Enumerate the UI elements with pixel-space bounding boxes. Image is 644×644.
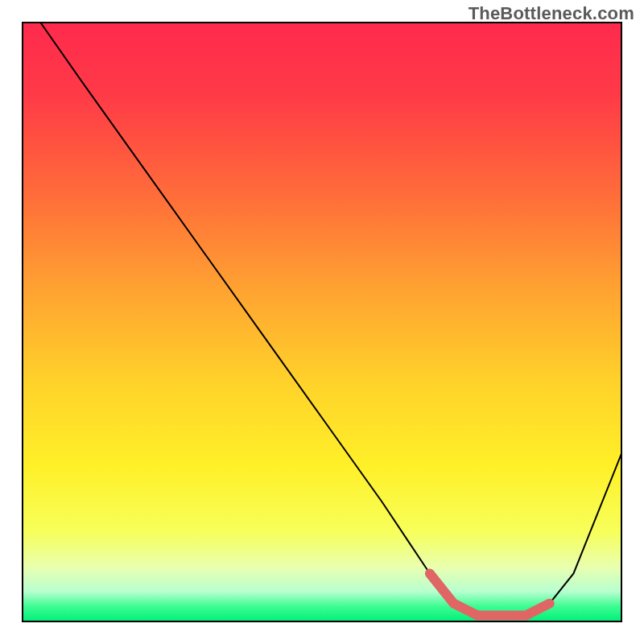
plot-area (23, 23, 621, 621)
chart-container: TheBottleneck.com (0, 0, 644, 644)
gradient-background (23, 23, 621, 621)
watermark-text: TheBottleneck.com (469, 3, 634, 24)
chart-svg (0, 0, 644, 644)
